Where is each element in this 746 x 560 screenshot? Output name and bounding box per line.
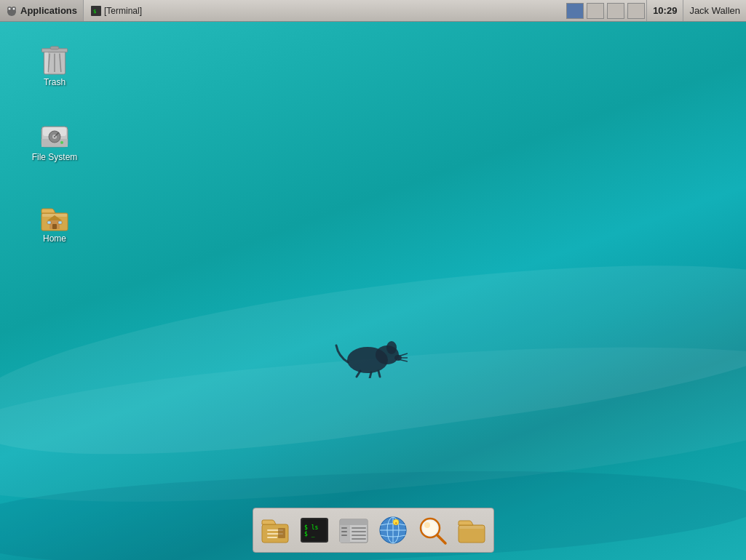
folder-icon [456,515,487,545]
terminal-icon-small: $ [91,6,101,16]
dock-terminal[interactable]: $ ls $ _ [295,511,333,549]
svg-rect-51 [352,527,366,529]
workspace-2[interactable] [587,3,604,19]
svg-rect-30 [47,221,51,224]
svg-text:$: $ [93,9,96,15]
workspace-1[interactable] [566,3,584,19]
filesystem-label: File System [32,152,78,162]
dock-search[interactable] [413,511,451,549]
xfce-logo [6,5,17,17]
trash-icon-img [40,43,69,76]
svg-rect-70 [459,526,484,529]
svg-rect-43 [278,528,285,538]
dock-browser[interactable]: ✦ [374,511,412,549]
workspace-4[interactable] [627,3,645,19]
svg-text:✦: ✦ [394,521,397,525]
panel-user: Jack Wallen [683,0,746,21]
applications-label: Applications [20,5,77,16]
svg-point-22 [54,136,55,137]
svg-text:$ _: $ _ [304,531,315,537]
svg-rect-53 [352,535,366,536]
terminal-window-label: [Terminal] [104,6,142,16]
svg-rect-12 [50,47,59,49]
search-icon [417,515,448,545]
svg-line-6 [378,371,380,377]
svg-rect-31 [58,221,62,224]
mouse-mascot [335,335,408,378]
browser-icon: ✦ [378,515,408,545]
svg-point-35 [9,7,11,9]
svg-text:$ ls: $ ls [304,524,318,531]
svg-point-68 [424,522,430,528]
svg-rect-49 [340,519,368,525]
svg-point-66 [423,521,437,535]
svg-line-4 [357,371,360,377]
svg-rect-16 [44,52,48,73]
applications-menu[interactable]: Applications [0,0,84,21]
svg-rect-52 [352,531,366,532]
file-manager-icon [338,515,369,545]
svg-rect-29 [52,224,57,229]
svg-point-36 [13,7,15,9]
home-label: Home [43,233,66,244]
panel-clock: 10:29 [647,0,683,21]
desktop: Trash File System [0,0,746,560]
workspace-switcher [565,0,647,21]
workspace-3[interactable] [607,3,624,19]
home-folder-icon[interactable]: Home [25,200,84,247]
trash-label: Trash [44,77,66,87]
dock-folder[interactable] [453,511,491,549]
svg-rect-54 [352,538,366,540]
terminal-dock-icon: $ ls $ _ [299,515,330,545]
svg-rect-56 [341,531,347,532]
svg-point-2 [386,341,397,354]
svg-point-24 [60,141,63,144]
dock-file-manager[interactable] [335,511,373,549]
docs-folder-icon [260,515,290,545]
svg-line-67 [437,535,445,543]
top-panel: Applications $ [Terminal] 10:29 Jack Wal… [0,0,746,22]
svg-line-5 [370,372,371,378]
filesystem-icon[interactable]: File System [25,120,84,165]
dock-docs-folder[interactable] [256,511,294,549]
svg-rect-57 [341,535,347,536]
trash-icon[interactable]: Trash [25,40,84,90]
svg-rect-55 [341,527,347,529]
filesystem-icon-img [40,123,69,151]
home-icon-img [40,203,69,232]
svg-line-7 [398,353,408,356]
svg-rect-42 [267,537,277,538]
panel-right: 10:29 Jack Wallen [565,0,746,21]
terminal-window-button[interactable]: $ [Terminal] [84,0,149,21]
bottom-dock: $ ls $ _ [253,508,494,553]
